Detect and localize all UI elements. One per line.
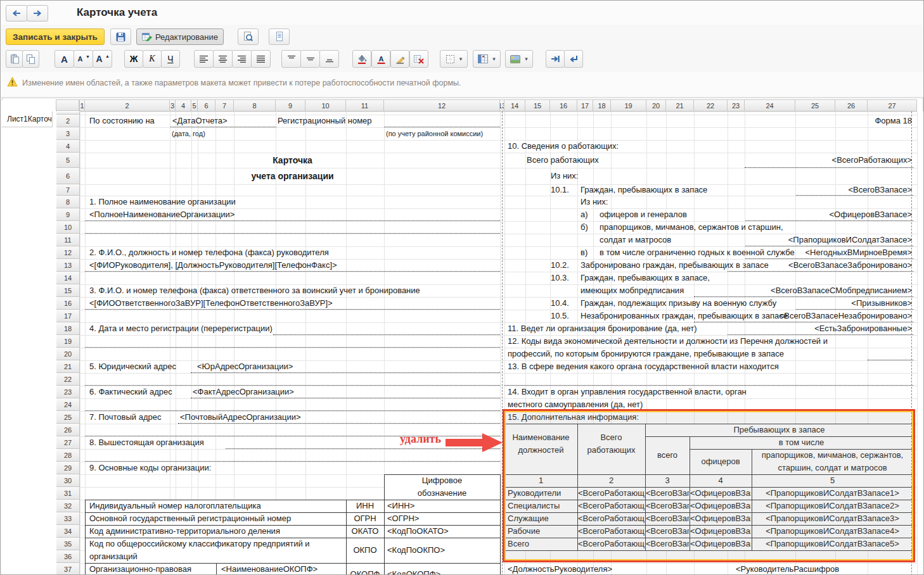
- back-button[interactable]: [6, 5, 27, 22]
- row-header-19[interactable]: 19: [56, 334, 80, 348]
- column-header-12[interactable]: 12: [383, 99, 500, 111]
- sheet-cell[interactable]: <НаименованиеОКОПФ>: [221, 563, 318, 575]
- sheet-cell[interactable]: Граждан, пребывающих в запасе: [581, 184, 707, 196]
- align-left-button[interactable]: [194, 50, 214, 68]
- clear-format-button[interactable]: [409, 50, 428, 68]
- sheet-cell[interactable]: прапорщиков, мичманов, сержантов и старш…: [600, 221, 783, 234]
- italic-button[interactable]: К: [143, 50, 162, 68]
- sheet-cell[interactable]: организаций: [89, 550, 138, 563]
- sheet-cell[interactable]: 10.3.: [551, 272, 569, 284]
- row-header-30[interactable]: 30: [56, 474, 80, 487]
- sheet-cell[interactable]: <РуководительРасшифров: [736, 563, 839, 575]
- sheet-cell[interactable]: <ИНН>: [387, 500, 414, 512]
- sheet-cell[interactable]: обозначение: [384, 487, 500, 500]
- sheet-cell[interactable]: Карточка: [85, 153, 500, 168]
- sheet-cell[interactable]: Из них:: [551, 168, 578, 184]
- sheet-cell[interactable]: 9. Основные коды организации:: [89, 462, 211, 474]
- sheet-cell[interactable]: <[ФИООтветственногоЗаВУР][ТелефонОтветст…: [89, 297, 333, 310]
- sheet-cell[interactable]: <ВсегоВЗапасеСМобпредписанием>: [745, 284, 912, 297]
- row-header-10[interactable]: 10: [56, 220, 80, 234]
- column-header-20[interactable]: 20: [646, 99, 666, 111]
- column-header-11[interactable]: 11: [345, 99, 384, 111]
- align-center-button[interactable]: [213, 50, 233, 68]
- sheet-cell[interactable]: Организационно-правовая: [89, 563, 191, 575]
- save-and-close-button[interactable]: Записать и закрыть: [6, 28, 105, 45]
- row-header-33[interactable]: 33: [56, 512, 80, 525]
- row-header-34[interactable]: 34: [56, 524, 80, 538]
- sheet-cell[interactable]: 1. Полное наименование организации: [89, 196, 236, 208]
- sheet-cell[interactable]: <НегодныхВМирноеВремя>: [745, 246, 912, 259]
- sheet-cell[interactable]: <ДолжностьРуководителя>: [508, 563, 612, 575]
- row-header-37[interactable]: 37: [56, 562, 80, 575]
- sheet-cell[interactable]: ИНН: [346, 500, 384, 512]
- row-header-13[interactable]: 13: [56, 258, 80, 272]
- sheet-cell[interactable]: <ВсегоВЗапасеНезабронировано>: [745, 310, 912, 322]
- sheet-cell[interactable]: <Призывников>: [745, 297, 912, 310]
- copy-button[interactable]: [22, 50, 39, 68]
- sheet-cell[interactable]: Из них:: [581, 196, 608, 208]
- fill-color-button[interactable]: [352, 50, 371, 68]
- bold-button[interactable]: Ж: [124, 50, 143, 68]
- underline-button[interactable]: Ч: [161, 50, 180, 68]
- column-header-6[interactable]: 6: [197, 99, 215, 111]
- sheet-cell[interactable]: Регистрационный номер: [278, 115, 372, 127]
- row-header-14[interactable]: 14: [56, 271, 80, 284]
- sheet-cell[interactable]: Код по общероссийскому классификатору пр…: [89, 538, 310, 550]
- row-header-9[interactable]: 9: [56, 208, 80, 221]
- sheet-cell[interactable]: 10. Сведения о работающих:: [508, 140, 619, 153]
- sheet-cell[interactable]: <ПрапорщиковИСолдатЗапасе>: [745, 234, 912, 246]
- sheet-cell[interactable]: <ВсегоВЗапасеЗабронировано>: [745, 259, 912, 272]
- sheet-cell[interactable]: 3. Ф.И.О. и номер телефона (факса) ответ…: [89, 284, 420, 297]
- sheet-cell[interactable]: в): [581, 246, 587, 259]
- decrease-font-size-button[interactable]: А▾: [74, 50, 93, 68]
- sheet-cell[interactable]: 13. В сфере ведения какого органа госуда…: [508, 360, 779, 373]
- column-header-17[interactable]: 17: [577, 99, 593, 111]
- sheet-cell[interactable]: Граждан, пребывающих в запасе,: [581, 272, 710, 284]
- sheet-cell[interactable]: а): [581, 208, 588, 221]
- row-header-11[interactable]: 11: [56, 233, 80, 246]
- font-color-button[interactable]: А: [371, 50, 390, 68]
- sheet-cell[interactable]: <ЕстьЗабронированные>: [745, 322, 912, 335]
- column-header-15[interactable]: 15: [525, 99, 550, 111]
- preview-button[interactable]: [238, 28, 259, 45]
- sheet-cell[interactable]: учета организации: [85, 168, 500, 184]
- column-header-16[interactable]: 16: [549, 99, 577, 111]
- sheet-cell[interactable]: 14. Входит в орган управления государств…: [508, 386, 747, 398]
- column-header-4[interactable]: 4: [175, 99, 191, 111]
- sheet-cell[interactable]: имеющих мобпредписания: [581, 284, 684, 297]
- sheet-cell[interactable]: <ДатаОтчета>: [172, 115, 228, 127]
- sheet-cell[interactable]: <[ФИОРуководителя], [ДолжностьРуководите…: [89, 259, 337, 272]
- save-button[interactable]: [110, 28, 131, 45]
- row-header-18[interactable]: 18: [56, 322, 80, 335]
- row-header-6[interactable]: 6: [56, 167, 80, 184]
- line-color-button[interactable]: [390, 50, 409, 68]
- column-header-22[interactable]: 22: [693, 99, 728, 111]
- borders-dropdown[interactable]: ▾: [440, 50, 468, 68]
- picture-dropdown[interactable]: ▾: [505, 50, 533, 68]
- row-header-17[interactable]: 17: [56, 309, 80, 322]
- sheet-area-name[interactable]: Лист1Карточ: [2, 111, 53, 127]
- row-header-29[interactable]: 29: [56, 461, 80, 474]
- row-header-16[interactable]: 16: [56, 296, 80, 310]
- merge-cells-dropdown[interactable]: ▾: [473, 50, 501, 68]
- row-header-8[interactable]: 8: [56, 195, 80, 208]
- fix-table-button[interactable]: [546, 50, 565, 68]
- sheet-cell[interactable]: 6. Фактический адрес: [89, 386, 172, 398]
- row-header-27[interactable]: 27: [56, 436, 80, 449]
- sheet-cell[interactable]: Код административно-территориального дел…: [89, 525, 280, 538]
- sheet-cell[interactable]: <ОфицеровВЗапасе>: [745, 208, 912, 221]
- sheet-cell[interactable]: 10.1.: [551, 184, 569, 196]
- row-header-5[interactable]: 5: [56, 152, 80, 168]
- return-arrow-button[interactable]: [564, 50, 583, 68]
- column-header-2[interactable]: 2: [84, 99, 170, 111]
- row-header-25[interactable]: 25: [56, 410, 80, 424]
- valign-top-button[interactable]: [281, 50, 301, 68]
- column-header-14[interactable]: 14: [504, 99, 525, 111]
- column-header-27[interactable]: 27: [867, 99, 917, 111]
- column-header-24[interactable]: 24: [744, 99, 795, 111]
- column-header-26[interactable]: 26: [835, 99, 868, 111]
- valign-bottom-button[interactable]: [319, 50, 339, 68]
- sheet-cell[interactable]: 2. Ф.И.О., должность и номер телефона (ф…: [89, 246, 329, 259]
- row-header-7[interactable]: 7: [56, 184, 80, 196]
- sheet-cell[interactable]: <ВсегоВЗапасе>: [745, 184, 912, 196]
